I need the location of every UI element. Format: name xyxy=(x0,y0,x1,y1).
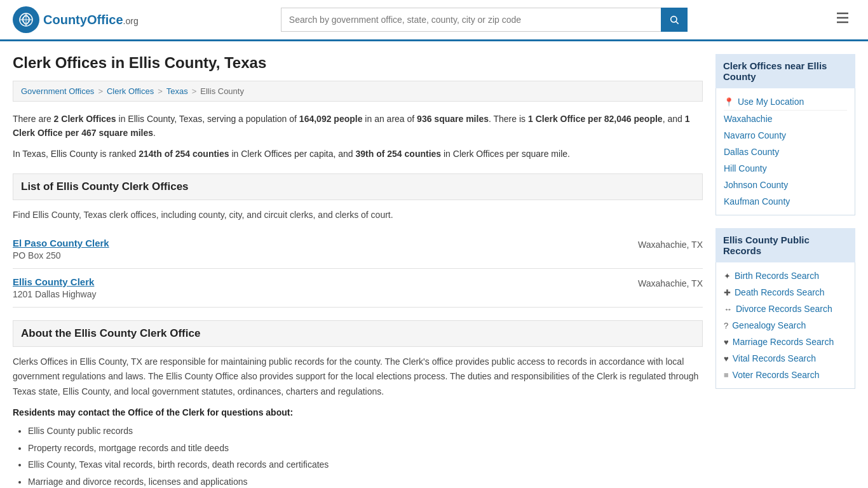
svg-line-5 xyxy=(676,22,679,24)
sidebar-use-location[interactable]: 📍 Use My Location xyxy=(724,93,847,110)
office-name-2[interactable]: Ellis County Clerk xyxy=(13,276,97,287)
about-para: Clerks Offices in Ellis County, TX are r… xyxy=(13,355,703,400)
breadcrumb-item-current: Ellis County xyxy=(200,86,244,96)
office-address-2: 1201 Dallas Highway xyxy=(13,289,97,299)
bullet-item: Marriage and divorce records, licenses a… xyxy=(28,473,703,488)
sidebar-public-records-body: ✦ Birth Records Search ✚ Death Records S… xyxy=(715,262,855,389)
sidebar-link-hill[interactable]: Hill County xyxy=(724,160,847,177)
sidebar-divorce-records[interactable]: ↔ Divorce Records Search xyxy=(724,301,847,317)
bullet-item: Ellis County, Texas vital records, birth… xyxy=(28,456,703,473)
list-section-desc: Find Ellis County, Texas clerk offices, … xyxy=(13,208,703,222)
sidebar-link-johnson[interactable]: Johnson County xyxy=(724,177,847,193)
breadcrumb-sep: > xyxy=(98,86,103,96)
birth-icon: ✦ xyxy=(724,271,731,281)
vital-records-label: Vital Records Search xyxy=(733,353,816,363)
sidebar-link-kaufman[interactable]: Kaufman County xyxy=(724,193,847,210)
bullet-item: Ellis County public records xyxy=(28,423,703,440)
sidebar-death-records[interactable]: ✚ Death Records Search xyxy=(724,284,847,301)
stats-para-1: There are 2 Clerk Offices in Ellis Count… xyxy=(13,112,703,140)
breadcrumb: Government Offices > Clerk Offices > Tex… xyxy=(13,81,703,102)
sidebar: Clerk Offices near Ellis County 📍 Use My… xyxy=(715,54,855,488)
logo-name: CountyOffice.org xyxy=(43,13,139,27)
sidebar-voter-records[interactable]: ≡ Voter Records Search xyxy=(724,367,847,383)
about-bullets: Ellis County public records Property rec… xyxy=(28,423,703,488)
search-button[interactable] xyxy=(661,8,688,32)
sidebar-public-records-section: Ellis County Public Records ✦ Birth Reco… xyxy=(715,228,855,389)
marriage-icon: ♥ xyxy=(724,337,729,347)
voter-icon: ≡ xyxy=(724,370,729,380)
breadcrumb-item-gov[interactable]: Government Offices xyxy=(21,86,94,96)
office-entry-2: Ellis County Clerk 1201 Dallas Highway W… xyxy=(13,269,703,308)
use-my-location-label: Use My Location xyxy=(738,97,804,107)
sidebar-genealogy[interactable]: ? Genealogy Search xyxy=(724,317,847,334)
divorce-icon: ↔ xyxy=(724,304,732,314)
breadcrumb-sep3: > xyxy=(192,86,197,96)
genealogy-label: Genealogy Search xyxy=(732,320,806,330)
sidebar-link-waxahachie[interactable]: Waxahachie xyxy=(724,111,847,127)
death-icon: ✚ xyxy=(724,288,731,297)
breadcrumb-item-clerk[interactable]: Clerk Offices xyxy=(107,86,154,96)
svg-point-4 xyxy=(671,17,677,22)
hamburger-icon xyxy=(835,10,850,25)
sidebar-link-navarro[interactable]: Navarro County xyxy=(724,127,847,144)
about-section-header: About the Ellis County Clerk Office xyxy=(13,320,703,347)
stats-para-2: In Texas, Ellis County is ranked 214th o… xyxy=(13,147,703,161)
sidebar-vital-records[interactable]: ♥ Vital Records Search xyxy=(724,350,847,367)
about-subheading: Residents may contact the Office of the … xyxy=(13,407,703,417)
sidebar-nearby-section: Clerk Offices near Ellis County 📍 Use My… xyxy=(715,54,855,215)
death-records-label: Death Records Search xyxy=(735,287,825,297)
sidebar-public-records-header: Ellis County Public Records xyxy=(715,228,855,262)
breadcrumb-sep2: > xyxy=(158,86,163,96)
marriage-records-label: Marriage Records Search xyxy=(733,337,834,347)
birth-records-label: Birth Records Search xyxy=(735,271,819,281)
menu-button[interactable] xyxy=(830,8,855,32)
office-city-2: Waxahachie, TX xyxy=(638,278,703,288)
search-icon xyxy=(669,15,679,25)
search-input[interactable] xyxy=(281,8,661,32)
office-name-1[interactable]: El Paso County Clerk xyxy=(13,238,109,248)
vital-icon: ♥ xyxy=(724,354,729,363)
sidebar-marriage-records[interactable]: ♥ Marriage Records Search xyxy=(724,334,847,350)
office-entry: El Paso County Clerk PO Box 250 Waxahach… xyxy=(13,230,703,269)
sidebar-nearby-body: 📍 Use My Location Waxahachie Navarro Cou… xyxy=(715,88,855,215)
location-icon: 📍 xyxy=(724,97,734,107)
office-city-1: Waxahachie, TX xyxy=(638,240,703,250)
bullet-item: Property records, mortgage records and t… xyxy=(28,440,703,457)
logo[interactable]: CountyOffice.org xyxy=(13,6,139,33)
office-address-1: PO Box 250 xyxy=(13,250,109,261)
divorce-records-label: Divorce Records Search xyxy=(736,304,832,314)
voter-records-label: Voter Records Search xyxy=(733,370,820,380)
sidebar-nearby-header: Clerk Offices near Ellis County xyxy=(715,54,855,88)
logo-icon xyxy=(13,6,39,33)
search-area xyxy=(281,8,688,32)
list-section-header: List of Ellis County Clerk Offices xyxy=(13,173,703,200)
genealogy-icon: ? xyxy=(724,321,728,330)
sidebar-birth-records[interactable]: ✦ Birth Records Search xyxy=(724,268,847,284)
breadcrumb-item-texas[interactable]: Texas xyxy=(166,86,188,96)
page-title: Clerk Offices in Ellis County, Texas xyxy=(13,54,703,72)
sidebar-link-dallas[interactable]: Dallas County xyxy=(724,144,847,160)
